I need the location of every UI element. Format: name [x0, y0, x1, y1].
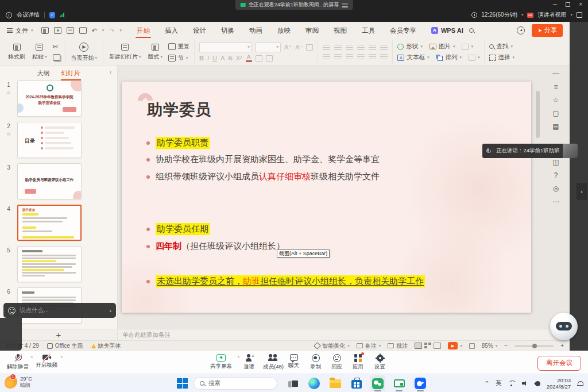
properties-icon[interactable]: ≡	[554, 83, 558, 90]
arrange-button[interactable]: 排列▾	[436, 53, 462, 62]
numbered-list-icon[interactable]	[334, 45, 342, 51]
wps-ai-button[interactable]: A WPS AI	[431, 27, 463, 34]
record-button[interactable]: 录制	[310, 354, 321, 371]
select-button[interactable]: 选择▾	[489, 53, 514, 62]
shapes-button[interactable]: 形状▾	[397, 43, 423, 51]
preview-icon[interactable]	[79, 27, 87, 34]
slideshow-button[interactable]: ▶▾	[448, 342, 462, 349]
file-menu[interactable]: 文件 ▾	[7, 26, 33, 35]
save-icon[interactable]	[41, 27, 49, 34]
settings-button[interactable]: 设置	[374, 354, 385, 371]
copy-icon[interactable]	[53, 54, 60, 61]
tab-slides[interactable]: 幻灯片	[61, 66, 81, 80]
zoom-slider-knob[interactable]	[532, 344, 537, 348]
font-size-select[interactable]	[256, 43, 281, 52]
text-effects-icon[interactable]	[266, 55, 273, 62]
textbox-button[interactable]: A文本框▾	[397, 53, 429, 62]
star-favorites-icon[interactable]: ☆	[553, 97, 559, 103]
bullet-interim[interactable]: 未选出助学委员之前，助班担任临时评议小组组长，负责相关助学工作	[146, 275, 425, 287]
section-button[interactable]: 节▾	[168, 54, 189, 62]
italic-button[interactable]: I	[207, 55, 209, 62]
slide-title[interactable]: 助学委员	[147, 99, 211, 120]
unmute-button[interactable]: 解除静音	[7, 354, 29, 371]
maximize-button[interactable]	[566, 2, 570, 7]
redo-icon[interactable]: ↷	[109, 27, 114, 34]
tab-animation[interactable]: 动画	[248, 23, 264, 38]
zoom-slider[interactable]	[514, 345, 554, 347]
add-slide-button[interactable]: +	[56, 330, 61, 340]
chat-quick-bar[interactable]: 说点什么... ‹	[3, 303, 116, 318]
reactions-button[interactable]: 回应	[331, 354, 342, 371]
start-button[interactable]	[177, 378, 188, 389]
beautify-button[interactable]: 智能美化▾	[315, 342, 350, 350]
chevron-down-icon[interactable]: ▾	[570, 13, 572, 17]
play-from-current-button[interactable]: ▶ 当页开始▾	[70, 43, 99, 62]
chevron-down-icon[interactable]: ▾	[521, 13, 524, 17]
screen-capture-button[interactable]	[392, 375, 407, 391]
meeting-details-button[interactable]: 会议详情	[17, 11, 40, 19]
chevron-down-icon[interactable]: ▾	[102, 28, 105, 33]
scrollbar-thumb[interactable]	[536, 91, 540, 138]
speaker-icon[interactable]	[522, 381, 529, 387]
tab-outline[interactable]: 大纲	[37, 66, 51, 80]
meeting-timer[interactable]: 12:26(60分钟)	[481, 11, 517, 19]
normal-view-icon[interactable]	[415, 343, 422, 349]
wechat-button[interactable]	[370, 375, 385, 391]
bullet-term-1[interactable]: 四年制（担任班级评议小组组长）	[146, 241, 285, 252]
missing-font-warning[interactable]: 缺失字体	[91, 342, 121, 350]
bullet-duty-2[interactable]: 组织带领班级评议小组成员认真仔细审核班级相关助学文件	[146, 171, 380, 182]
store-button[interactable]	[349, 375, 364, 391]
slide-sorter-icon[interactable]	[424, 343, 431, 349]
slide-thumbnail-2[interactable]: 目录	[17, 122, 82, 158]
star-icon[interactable]: ☆	[6, 131, 11, 137]
share-screen-button[interactable]: 共享屏幕	[210, 354, 232, 370]
invite-button[interactable]: + 邀请	[243, 354, 254, 371]
print-icon[interactable]	[67, 27, 74, 34]
slide-thumbnail-5[interactable]	[17, 246, 82, 282]
plugin-icon[interactable]: ◎	[553, 185, 559, 192]
char-spacing-button[interactable]: A	[220, 55, 225, 62]
assistant-avatar-ball[interactable]	[550, 313, 578, 340]
align-right-icon[interactable]	[346, 54, 353, 60]
zoom-out-button[interactable]: −	[504, 343, 508, 349]
tab-view[interactable]: 视图	[332, 23, 348, 38]
security-shield-icon[interactable]: ✓	[49, 12, 55, 18]
chevron-up-icon[interactable]: ⌃	[237, 356, 241, 361]
line-spacing-icon[interactable]	[369, 45, 376, 51]
chevron-up-icon[interactable]: ⌃	[60, 356, 64, 361]
tray-expand-icon[interactable]: ⌃	[484, 380, 489, 387]
notes-placeholder[interactable]: 单击此处添加备注	[122, 331, 171, 339]
cloud-upload-icon[interactable]	[517, 26, 525, 34]
font-family-select[interactable]	[199, 43, 252, 52]
tab-home[interactable]: 开始	[136, 23, 151, 38]
watching-banner[interactable]: 您正在观看24学前1班助教周闵...的屏幕	[235, 0, 353, 10]
presenter-view-button[interactable]: 演讲者视图	[537, 11, 566, 19]
pen-icon[interactable]	[534, 380, 541, 387]
theme-indicator[interactable]: Office 主题	[47, 342, 83, 350]
tab-member[interactable]: 会员专享	[389, 23, 417, 38]
close-button[interactable]: ×	[579, 1, 582, 7]
help-icon[interactable]: ?	[554, 172, 558, 179]
chevron-down-icon[interactable]: ▾	[119, 28, 122, 33]
clock-widget[interactable]: 20:03 2024/8/27	[547, 377, 571, 390]
new-slide-button[interactable]: 新建幻灯片▾	[108, 44, 142, 61]
search-icon[interactable]	[469, 28, 474, 33]
layout-button[interactable]: 版式▾	[147, 44, 164, 61]
expand-panel-handle[interactable]: ‹	[577, 183, 587, 200]
zoom-in-button[interactable]: +	[560, 343, 564, 349]
notes-button[interactable]: 备注▾	[357, 342, 381, 350]
reset-button[interactable]: 重置	[168, 43, 189, 51]
columns-icon[interactable]	[380, 54, 388, 60]
reading-view-icon[interactable]	[434, 343, 441, 349]
share-button[interactable]: ➤ 分享	[532, 24, 563, 37]
bullet-duty-1[interactable]: 协助学校在班级内开展资助家困生、助学金、奖学金等事宜	[146, 154, 380, 165]
edge-browser-button[interactable]	[307, 375, 322, 391]
align-center-icon[interactable]	[334, 54, 342, 60]
comments-button[interactable]: 批注	[388, 342, 408, 350]
fit-slide-icon[interactable]	[469, 343, 475, 349]
chevron-up-icon[interactable]: ⌃	[30, 356, 34, 361]
bullet-duty-header[interactable]: 助学委员职责	[146, 137, 210, 149]
banner-menu-icon[interactable]	[342, 3, 347, 7]
fullscreen-icon[interactable]	[577, 12, 582, 18]
distribute-icon[interactable]	[369, 54, 376, 60]
